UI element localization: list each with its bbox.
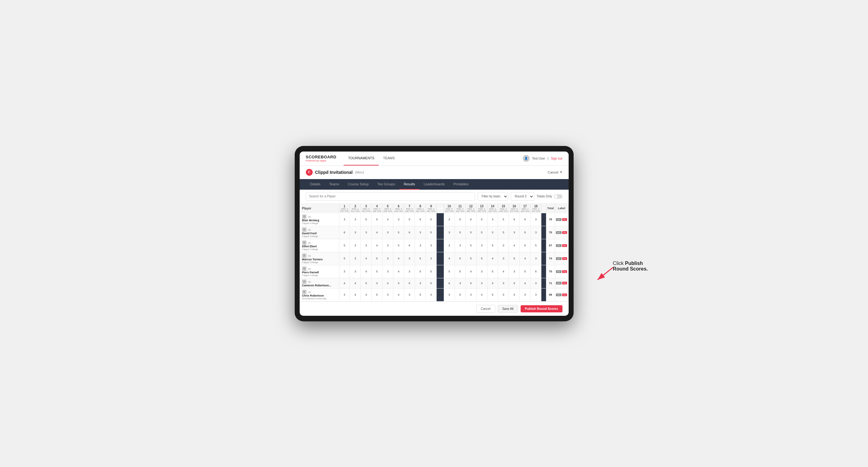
filter-by-team-select[interactable]: Filter by team (477, 192, 508, 201)
hole-2-score[interactable]: 3 (350, 239, 361, 252)
hole-5-score[interactable]: 3 (382, 239, 393, 252)
hole-4-score[interactable]: 5 (372, 265, 382, 278)
hole-8-score[interactable]: 5 (415, 288, 426, 301)
hole-10-score[interactable]: 3 (444, 213, 455, 226)
hole-2-score[interactable]: 4 (350, 278, 361, 288)
hole-3-score[interactable]: 4 (361, 288, 372, 301)
hole-18-score[interactable]: 3 (530, 278, 541, 288)
hole-17-score[interactable]: 4 (520, 278, 530, 288)
hole-14-score[interactable]: 5 (487, 265, 498, 278)
hole-9-score[interactable]: 5 (426, 278, 437, 288)
hole-17-score[interactable]: 5 (520, 213, 530, 226)
hole-14-score[interactable]: 5 (487, 288, 498, 301)
search-input[interactable] (306, 192, 475, 201)
hole-13-score[interactable]: 5 (476, 252, 487, 265)
hole-8-score[interactable]: 6 (415, 213, 426, 226)
hole-9-score[interactable]: 3 (426, 239, 437, 252)
hole-16-score[interactable]: 5 (509, 278, 520, 288)
hole-2-score[interactable]: 4 (350, 288, 361, 301)
hole-15-score[interactable]: 5 (498, 213, 509, 226)
hole-7-score[interactable]: 3 (404, 288, 415, 301)
hole-16-score[interactable]: 3 (509, 265, 520, 278)
hole-11-score[interactable]: 3 (455, 239, 465, 252)
hole-15-score[interactable]: 3 (498, 239, 509, 252)
hole-4-score[interactable]: 3 (372, 278, 382, 288)
hole-15-score[interactable]: 3 (498, 252, 509, 265)
hole-1-score[interactable]: 6 (339, 226, 350, 239)
tab-teams[interactable]: Teams (325, 179, 343, 190)
hole-18-score[interactable]: 3 (530, 226, 541, 239)
hole-2-score[interactable]: 3 (350, 213, 361, 226)
hole-16-score[interactable]: 4 (509, 288, 520, 301)
hole-13-score[interactable]: 3 (476, 239, 487, 252)
hole-9-score[interactable]: 4 (426, 288, 437, 301)
hole-11-score[interactable]: 5 (455, 213, 465, 226)
hole-1-score[interactable]: 3 (339, 288, 350, 301)
hole-15-score[interactable]: 4 (498, 265, 509, 278)
hole-6-score[interactable]: 3 (393, 278, 404, 288)
cancel-footer-button[interactable]: Cancel (476, 305, 495, 313)
hole-8-score[interactable]: 3 (415, 278, 426, 288)
hole-3-score[interactable]: 5 (361, 278, 372, 288)
hole-12-score[interactable]: 5 (465, 278, 476, 288)
hole-17-score[interactable]: 4 (520, 252, 530, 265)
cancel-header-button[interactable]: Cancel ✕ (548, 170, 562, 174)
hole-12-score[interactable]: 3 (465, 288, 476, 301)
save-all-button[interactable]: Save All (498, 305, 518, 313)
hole-15-score[interactable]: 3 (498, 288, 509, 301)
hole-17-score[interactable]: 5 (520, 226, 530, 239)
hole-7-score[interactable]: 3 (404, 265, 415, 278)
hole-1-score[interactable]: 3 (339, 213, 350, 226)
hole-2-score[interactable]: 3 (350, 252, 361, 265)
hole-5-score[interactable]: 3 (382, 226, 393, 239)
hole-16-score[interactable]: 3 (509, 226, 520, 239)
hole-11-score[interactable]: 5 (455, 252, 465, 265)
hole-9-score[interactable]: 5 (426, 265, 437, 278)
hole-17-score[interactable]: 6 (520, 239, 530, 252)
hole-3-score[interactable]: 3 (361, 239, 372, 252)
hole-12-score[interactable]: 5 (465, 226, 476, 239)
hole-7-score[interactable]: 6 (404, 226, 415, 239)
hole-2-score[interactable]: 3 (350, 226, 361, 239)
hole-12-score[interactable]: 5 (465, 252, 476, 265)
hole-15-score[interactable]: 5 (498, 226, 509, 239)
hole-15-score[interactable]: 3 (498, 278, 509, 288)
hole-12-score[interactable]: 6 (465, 213, 476, 226)
hole-8-score[interactable]: 5 (415, 265, 426, 278)
hole-7-score[interactable]: 5 (404, 278, 415, 288)
hole-14-score[interactable]: 3 (487, 278, 498, 288)
hole-18-score[interactable]: 3 (530, 288, 541, 301)
hole-18-score[interactable]: 3 (530, 252, 541, 265)
hole-17-score[interactable]: 5 (520, 265, 530, 278)
hole-16-score[interactable]: 6 (509, 213, 520, 226)
hole-7-score[interactable]: 6 (404, 239, 415, 252)
publish-round-scores-button[interactable]: Publish Round Scores (521, 305, 562, 312)
hole-9-score[interactable]: 5 (426, 226, 437, 239)
hole-14-score[interactable]: 3 (487, 213, 498, 226)
hole-17-score[interactable]: 3 (520, 288, 530, 301)
tab-details[interactable]: Details (306, 179, 325, 190)
hole-16-score[interactable]: 5 (509, 252, 520, 265)
hole-13-score[interactable]: 4 (476, 288, 487, 301)
hole-8-score[interactable]: 3 (415, 239, 426, 252)
hole-3-score[interactable]: 4 (361, 265, 372, 278)
hole-18-score[interactable]: 3 (530, 213, 541, 226)
nav-tournaments[interactable]: TOURNAMENTS (344, 152, 379, 166)
hole-4-score[interactable]: 5 (372, 252, 382, 265)
hole-11-score[interactable]: 5 (455, 226, 465, 239)
hole-9-score[interactable]: 3 (426, 252, 437, 265)
hole-2-score[interactable]: 3 (350, 265, 361, 278)
hole-1-score[interactable]: 4 (339, 278, 350, 288)
hole-6-score[interactable]: 5 (393, 226, 404, 239)
hole-6-score[interactable]: 5 (393, 239, 404, 252)
hole-3-score[interactable]: 3 (361, 226, 372, 239)
hole-4-score[interactable]: 4 (372, 239, 382, 252)
hole-10-score[interactable]: 3 (444, 226, 455, 239)
hole-5-score[interactable]: 3 (382, 288, 393, 301)
hole-5-score[interactable]: 3 (382, 265, 393, 278)
totals-toggle-switch[interactable] (554, 194, 562, 199)
hole-11-score[interactable]: 5 (455, 288, 465, 301)
hole-7-score[interactable]: 3 (404, 252, 415, 265)
hole-4-score[interactable]: 5 (372, 288, 382, 301)
hole-10-score[interactable]: 3 (444, 239, 455, 252)
